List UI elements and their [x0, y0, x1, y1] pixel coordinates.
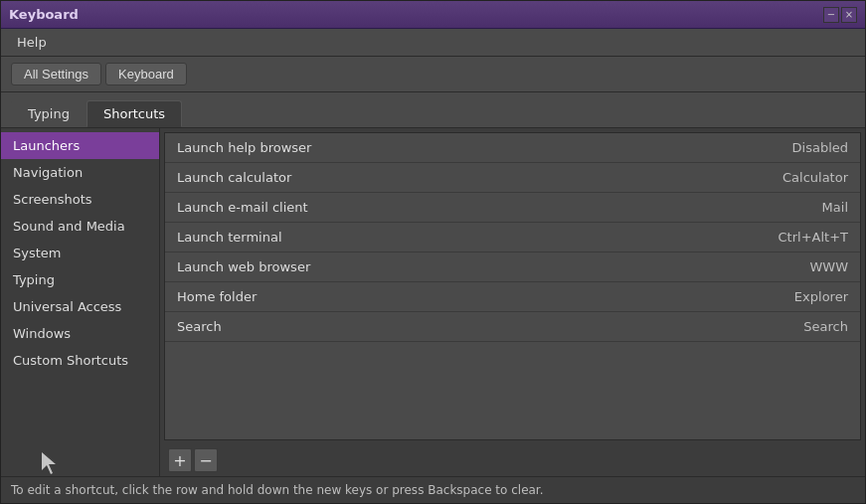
sidebar-item-navigation[interactable]: Navigation: [1, 159, 159, 186]
svg-marker-0: [42, 452, 56, 474]
status-bar: To edit a shortcut, click the row and ho…: [1, 476, 865, 503]
cursor-area: [41, 453, 61, 473]
shortcut-name: Launch web browser: [177, 259, 749, 274]
shortcut-value: Mail: [749, 200, 848, 215]
shortcut-name: Search: [177, 319, 749, 334]
shortcut-value: Calculator: [749, 170, 848, 185]
tab-shortcuts[interactable]: Shortcuts: [87, 100, 182, 127]
shortcut-value: Ctrl+Alt+T: [749, 230, 848, 245]
minimize-button[interactable]: −: [823, 7, 839, 23]
status-text: To edit a shortcut, click the row and ho…: [11, 483, 544, 497]
close-button[interactable]: ×: [841, 7, 857, 23]
sidebar-item-screenshots[interactable]: Screenshots: [1, 186, 159, 213]
shortcut-row-terminal[interactable]: Launch terminal Ctrl+Alt+T: [165, 223, 860, 252]
main-panel: Launch help browser Disabled Launch calc…: [160, 128, 865, 476]
shortcut-row-email[interactable]: Launch e-mail client Mail: [165, 193, 860, 223]
shortcuts-list: Launch help browser Disabled Launch calc…: [164, 132, 861, 440]
shortcut-name: Home folder: [177, 289, 749, 304]
tabs-bar: Typing Shortcuts: [1, 92, 865, 128]
shortcut-value: Explorer: [749, 289, 848, 304]
breadcrumb-all-settings[interactable]: All Settings: [11, 63, 101, 85]
sidebar: Launchers Navigation Screenshots Sound a…: [1, 128, 160, 476]
remove-shortcut-button[interactable]: −: [194, 448, 218, 472]
shortcut-row-web-browser[interactable]: Launch web browser WWW: [165, 252, 860, 282]
keyboard-window: Keyboard − × Help All Settings Keyboard …: [0, 0, 866, 504]
shortcut-name: Launch terminal: [177, 230, 749, 245]
sidebar-item-universal-access[interactable]: Universal Access: [1, 293, 159, 320]
sidebar-item-launchers[interactable]: Launchers: [1, 132, 159, 159]
sidebar-item-sound-media[interactable]: Sound and Media: [1, 213, 159, 240]
menu-bar: Help: [1, 29, 865, 57]
window-controls: − ×: [823, 7, 857, 23]
window-title: Keyboard: [9, 7, 79, 22]
sidebar-item-system[interactable]: System: [1, 240, 159, 266]
shortcut-row-search[interactable]: Search Search: [165, 312, 860, 342]
shortcut-name: Launch e-mail client: [177, 200, 749, 215]
breadcrumb-bar: All Settings Keyboard: [1, 57, 865, 92]
sidebar-item-windows[interactable]: Windows: [1, 320, 159, 347]
add-shortcut-button[interactable]: +: [168, 448, 192, 472]
shortcut-value: Disabled: [749, 140, 848, 155]
sidebar-item-typing[interactable]: Typing: [1, 266, 159, 293]
breadcrumb-keyboard[interactable]: Keyboard: [105, 63, 187, 85]
shortcut-row-help-browser[interactable]: Launch help browser Disabled: [165, 133, 860, 163]
shortcut-value: Search: [749, 319, 848, 334]
shortcut-name: Launch help browser: [177, 140, 749, 155]
shortcut-name: Launch calculator: [177, 170, 749, 185]
toolbar-bottom: + −: [160, 444, 865, 476]
menu-item-help[interactable]: Help: [9, 33, 55, 52]
tab-typing[interactable]: Typing: [11, 100, 87, 127]
shortcut-row-calculator[interactable]: Launch calculator Calculator: [165, 163, 860, 193]
title-bar: Keyboard − ×: [1, 1, 865, 29]
shortcut-row-home-folder[interactable]: Home folder Explorer: [165, 282, 860, 312]
content-area: Launchers Navigation Screenshots Sound a…: [1, 128, 865, 476]
sidebar-item-custom-shortcuts[interactable]: Custom Shortcuts: [1, 347, 159, 374]
shortcut-value: WWW: [749, 259, 848, 274]
